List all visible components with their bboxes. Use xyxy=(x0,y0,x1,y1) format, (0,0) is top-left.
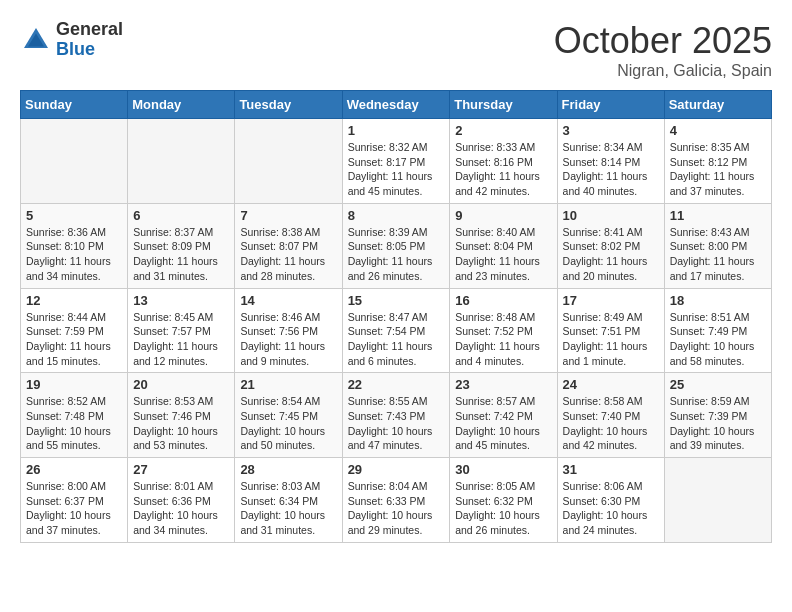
calendar-week-4: 19Sunrise: 8:52 AM Sunset: 7:48 PM Dayli… xyxy=(21,373,772,458)
day-number: 21 xyxy=(240,377,336,392)
calendar-cell: 11Sunrise: 8:43 AM Sunset: 8:00 PM Dayli… xyxy=(664,203,771,288)
day-info: Sunrise: 8:48 AM Sunset: 7:52 PM Dayligh… xyxy=(455,310,551,369)
calendar-cell: 16Sunrise: 8:48 AM Sunset: 7:52 PM Dayli… xyxy=(450,288,557,373)
day-number: 30 xyxy=(455,462,551,477)
calendar-cell xyxy=(235,119,342,204)
calendar-cell: 13Sunrise: 8:45 AM Sunset: 7:57 PM Dayli… xyxy=(128,288,235,373)
day-info: Sunrise: 8:36 AM Sunset: 8:10 PM Dayligh… xyxy=(26,225,122,284)
calendar-cell: 3Sunrise: 8:34 AM Sunset: 8:14 PM Daylig… xyxy=(557,119,664,204)
day-info: Sunrise: 8:38 AM Sunset: 8:07 PM Dayligh… xyxy=(240,225,336,284)
weekday-header-friday: Friday xyxy=(557,91,664,119)
day-number: 13 xyxy=(133,293,229,308)
day-number: 18 xyxy=(670,293,766,308)
calendar-cell: 1Sunrise: 8:32 AM Sunset: 8:17 PM Daylig… xyxy=(342,119,450,204)
calendar-week-1: 1Sunrise: 8:32 AM Sunset: 8:17 PM Daylig… xyxy=(21,119,772,204)
day-info: Sunrise: 8:55 AM Sunset: 7:43 PM Dayligh… xyxy=(348,394,445,453)
day-info: Sunrise: 8:06 AM Sunset: 6:30 PM Dayligh… xyxy=(563,479,659,538)
day-info: Sunrise: 8:34 AM Sunset: 8:14 PM Dayligh… xyxy=(563,140,659,199)
calendar-cell: 25Sunrise: 8:59 AM Sunset: 7:39 PM Dayli… xyxy=(664,373,771,458)
calendar-cell: 21Sunrise: 8:54 AM Sunset: 7:45 PM Dayli… xyxy=(235,373,342,458)
day-number: 28 xyxy=(240,462,336,477)
day-info: Sunrise: 8:45 AM Sunset: 7:57 PM Dayligh… xyxy=(133,310,229,369)
day-number: 27 xyxy=(133,462,229,477)
day-info: Sunrise: 8:39 AM Sunset: 8:05 PM Dayligh… xyxy=(348,225,445,284)
day-info: Sunrise: 8:44 AM Sunset: 7:59 PM Dayligh… xyxy=(26,310,122,369)
calendar-cell: 26Sunrise: 8:00 AM Sunset: 6:37 PM Dayli… xyxy=(21,458,128,543)
weekday-header-wednesday: Wednesday xyxy=(342,91,450,119)
calendar-week-5: 26Sunrise: 8:00 AM Sunset: 6:37 PM Dayli… xyxy=(21,458,772,543)
calendar-cell: 12Sunrise: 8:44 AM Sunset: 7:59 PM Dayli… xyxy=(21,288,128,373)
day-number: 19 xyxy=(26,377,122,392)
day-info: Sunrise: 8:41 AM Sunset: 8:02 PM Dayligh… xyxy=(563,225,659,284)
location: Nigran, Galicia, Spain xyxy=(554,62,772,80)
calendar-cell: 6Sunrise: 8:37 AM Sunset: 8:09 PM Daylig… xyxy=(128,203,235,288)
calendar-cell: 24Sunrise: 8:58 AM Sunset: 7:40 PM Dayli… xyxy=(557,373,664,458)
day-number: 8 xyxy=(348,208,445,223)
calendar-cell: 9Sunrise: 8:40 AM Sunset: 8:04 PM Daylig… xyxy=(450,203,557,288)
day-number: 4 xyxy=(670,123,766,138)
day-number: 2 xyxy=(455,123,551,138)
day-info: Sunrise: 8:52 AM Sunset: 7:48 PM Dayligh… xyxy=(26,394,122,453)
day-info: Sunrise: 8:04 AM Sunset: 6:33 PM Dayligh… xyxy=(348,479,445,538)
calendar-table: SundayMondayTuesdayWednesdayThursdayFrid… xyxy=(20,90,772,543)
day-number: 14 xyxy=(240,293,336,308)
day-info: Sunrise: 8:49 AM Sunset: 7:51 PM Dayligh… xyxy=(563,310,659,369)
month-title: October 2025 xyxy=(554,20,772,62)
day-info: Sunrise: 8:03 AM Sunset: 6:34 PM Dayligh… xyxy=(240,479,336,538)
calendar-cell: 27Sunrise: 8:01 AM Sunset: 6:36 PM Dayli… xyxy=(128,458,235,543)
weekday-header-thursday: Thursday xyxy=(450,91,557,119)
calendar-cell: 23Sunrise: 8:57 AM Sunset: 7:42 PM Dayli… xyxy=(450,373,557,458)
calendar-cell xyxy=(21,119,128,204)
calendar-cell: 8Sunrise: 8:39 AM Sunset: 8:05 PM Daylig… xyxy=(342,203,450,288)
day-number: 15 xyxy=(348,293,445,308)
calendar-cell: 15Sunrise: 8:47 AM Sunset: 7:54 PM Dayli… xyxy=(342,288,450,373)
day-info: Sunrise: 8:33 AM Sunset: 8:16 PM Dayligh… xyxy=(455,140,551,199)
weekday-header-saturday: Saturday xyxy=(664,91,771,119)
day-info: Sunrise: 8:57 AM Sunset: 7:42 PM Dayligh… xyxy=(455,394,551,453)
calendar-cell: 20Sunrise: 8:53 AM Sunset: 7:46 PM Dayli… xyxy=(128,373,235,458)
day-info: Sunrise: 8:05 AM Sunset: 6:32 PM Dayligh… xyxy=(455,479,551,538)
weekday-header-row: SundayMondayTuesdayWednesdayThursdayFrid… xyxy=(21,91,772,119)
day-number: 6 xyxy=(133,208,229,223)
calendar-cell: 31Sunrise: 8:06 AM Sunset: 6:30 PM Dayli… xyxy=(557,458,664,543)
day-number: 9 xyxy=(455,208,551,223)
calendar-cell: 19Sunrise: 8:52 AM Sunset: 7:48 PM Dayli… xyxy=(21,373,128,458)
day-number: 20 xyxy=(133,377,229,392)
weekday-header-tuesday: Tuesday xyxy=(235,91,342,119)
day-number: 12 xyxy=(26,293,122,308)
calendar-cell xyxy=(664,458,771,543)
day-info: Sunrise: 8:54 AM Sunset: 7:45 PM Dayligh… xyxy=(240,394,336,453)
calendar-cell: 10Sunrise: 8:41 AM Sunset: 8:02 PM Dayli… xyxy=(557,203,664,288)
calendar-cell: 4Sunrise: 8:35 AM Sunset: 8:12 PM Daylig… xyxy=(664,119,771,204)
logo-icon xyxy=(20,24,52,56)
day-number: 25 xyxy=(670,377,766,392)
calendar-cell: 2Sunrise: 8:33 AM Sunset: 8:16 PM Daylig… xyxy=(450,119,557,204)
day-number: 3 xyxy=(563,123,659,138)
day-number: 7 xyxy=(240,208,336,223)
day-number: 1 xyxy=(348,123,445,138)
day-number: 11 xyxy=(670,208,766,223)
title-block: October 2025 Nigran, Galicia, Spain xyxy=(554,20,772,80)
weekday-header-monday: Monday xyxy=(128,91,235,119)
calendar-cell: 17Sunrise: 8:49 AM Sunset: 7:51 PM Dayli… xyxy=(557,288,664,373)
day-info: Sunrise: 8:51 AM Sunset: 7:49 PM Dayligh… xyxy=(670,310,766,369)
day-number: 10 xyxy=(563,208,659,223)
day-number: 22 xyxy=(348,377,445,392)
day-number: 5 xyxy=(26,208,122,223)
calendar-week-2: 5Sunrise: 8:36 AM Sunset: 8:10 PM Daylig… xyxy=(21,203,772,288)
calendar-cell: 29Sunrise: 8:04 AM Sunset: 6:33 PM Dayli… xyxy=(342,458,450,543)
day-info: Sunrise: 8:37 AM Sunset: 8:09 PM Dayligh… xyxy=(133,225,229,284)
day-info: Sunrise: 8:58 AM Sunset: 7:40 PM Dayligh… xyxy=(563,394,659,453)
day-info: Sunrise: 8:32 AM Sunset: 8:17 PM Dayligh… xyxy=(348,140,445,199)
logo-blue: Blue xyxy=(56,40,123,60)
day-number: 16 xyxy=(455,293,551,308)
weekday-header-sunday: Sunday xyxy=(21,91,128,119)
calendar-cell: 14Sunrise: 8:46 AM Sunset: 7:56 PM Dayli… xyxy=(235,288,342,373)
day-info: Sunrise: 8:35 AM Sunset: 8:12 PM Dayligh… xyxy=(670,140,766,199)
day-info: Sunrise: 8:43 AM Sunset: 8:00 PM Dayligh… xyxy=(670,225,766,284)
day-info: Sunrise: 8:46 AM Sunset: 7:56 PM Dayligh… xyxy=(240,310,336,369)
calendar-cell: 28Sunrise: 8:03 AM Sunset: 6:34 PM Dayli… xyxy=(235,458,342,543)
logo: General Blue xyxy=(20,20,123,60)
day-number: 31 xyxy=(563,462,659,477)
calendar-cell: 18Sunrise: 8:51 AM Sunset: 7:49 PM Dayli… xyxy=(664,288,771,373)
